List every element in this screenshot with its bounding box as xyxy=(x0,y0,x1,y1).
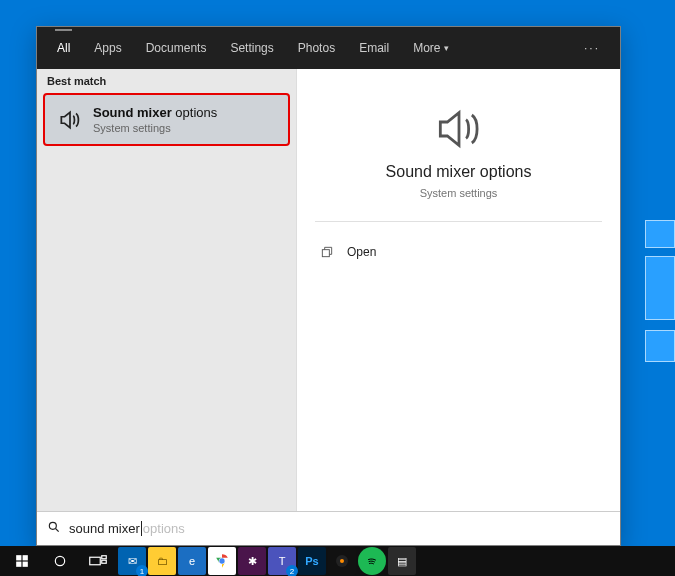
svg-point-6 xyxy=(55,556,64,565)
speaker-icon xyxy=(431,101,487,157)
start-button[interactable] xyxy=(4,546,40,576)
cortana-button[interactable] xyxy=(42,546,78,576)
result-title: Sound mixer options xyxy=(93,105,217,120)
task-view-button[interactable] xyxy=(80,546,116,576)
search-filter-tabs: All Apps Documents Settings Photos Email… xyxy=(37,27,620,69)
taskbar-app-photoshop[interactable]: Ps xyxy=(298,547,326,575)
background-window-peek xyxy=(645,220,675,248)
open-icon xyxy=(319,244,335,260)
tab-settings[interactable]: Settings xyxy=(218,27,285,69)
taskbar-app-media[interactable] xyxy=(328,547,356,575)
taskbar-app-generic[interactable]: ▤ xyxy=(388,547,416,575)
search-input[interactable]: sound mixer options xyxy=(37,511,620,545)
background-window-peek xyxy=(645,256,675,320)
action-open-label: Open xyxy=(347,245,376,259)
taskbar-app-mail[interactable]: ✉ xyxy=(118,547,146,575)
taskbar-app-edge[interactable]: e xyxy=(178,547,206,575)
tab-email[interactable]: Email xyxy=(347,27,401,69)
search-typed-text: sound mixer xyxy=(69,521,140,536)
section-label-best-match: Best match xyxy=(37,69,296,89)
background-window-peek xyxy=(645,330,675,362)
chevron-down-icon: ▾ xyxy=(444,43,449,53)
tab-apps[interactable]: Apps xyxy=(82,27,133,69)
svg-rect-0 xyxy=(322,250,329,257)
divider xyxy=(315,221,602,222)
svg-rect-3 xyxy=(23,555,28,560)
taskbar-app-teams[interactable]: T xyxy=(268,547,296,575)
tab-more-label: More xyxy=(413,41,440,55)
taskbar-app-chrome[interactable] xyxy=(208,547,236,575)
svg-point-13 xyxy=(340,559,344,563)
taskbar-app-explorer[interactable]: 🗀 xyxy=(148,547,176,575)
start-search-panel: All Apps Documents Settings Photos Email… xyxy=(36,26,621,546)
search-suggestion-text: options xyxy=(143,521,185,536)
taskbar-app-slack[interactable]: ✱ xyxy=(238,547,266,575)
result-subtitle: System settings xyxy=(93,122,217,134)
tab-all[interactable]: All xyxy=(45,27,82,69)
results-list: Best match Sound mixer options System se… xyxy=(37,69,297,511)
preview-title: Sound mixer options xyxy=(386,163,532,181)
tab-photos[interactable]: Photos xyxy=(286,27,347,69)
svg-rect-2 xyxy=(16,555,21,560)
speaker-icon xyxy=(57,107,83,133)
svg-rect-7 xyxy=(90,557,101,565)
result-preview-pane: Sound mixer options System settings Open xyxy=(297,69,620,511)
text-cursor xyxy=(141,521,142,536)
svg-rect-4 xyxy=(16,562,21,567)
svg-rect-9 xyxy=(102,560,107,563)
preview-subtitle: System settings xyxy=(420,187,498,199)
tab-documents[interactable]: Documents xyxy=(134,27,219,69)
svg-rect-8 xyxy=(102,556,107,559)
svg-point-1 xyxy=(49,522,56,529)
svg-rect-5 xyxy=(23,562,28,567)
tabs-overflow-button[interactable]: ··· xyxy=(572,41,612,55)
taskbar-app-spotify[interactable] xyxy=(358,547,386,575)
tab-more[interactable]: More ▾ xyxy=(401,27,461,69)
result-sound-mixer-options[interactable]: Sound mixer options System settings xyxy=(43,93,290,146)
taskbar: ✉ 🗀 e ✱ T Ps ▤ xyxy=(0,546,675,576)
action-open[interactable]: Open xyxy=(319,238,598,266)
search-icon xyxy=(47,520,61,537)
svg-point-11 xyxy=(219,558,224,563)
